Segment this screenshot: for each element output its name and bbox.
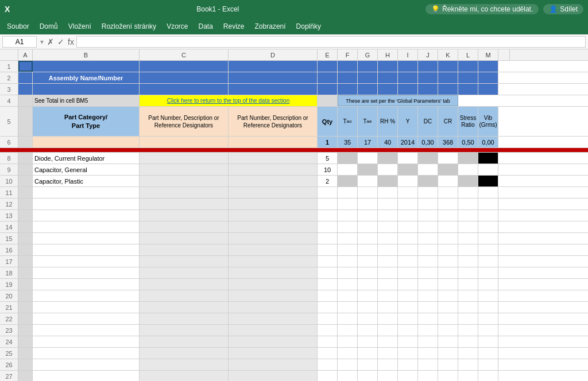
cell-col2-27[interactable] bbox=[140, 371, 229, 381]
cell-col5-27[interactable] bbox=[338, 371, 358, 381]
cell-col9-13[interactable] bbox=[418, 210, 438, 221]
cell-H9[interactable] bbox=[378, 164, 398, 175]
cell-col2-22[interactable] bbox=[140, 313, 229, 324]
cell-col9-17[interactable] bbox=[418, 256, 438, 267]
cell-col2-26[interactable] bbox=[140, 359, 229, 370]
cell-col0-12[interactable] bbox=[18, 199, 33, 209]
cell-col12-24[interactable] bbox=[478, 336, 498, 347]
cell-col3-21[interactable] bbox=[229, 302, 318, 313]
cell-col7-17[interactable] bbox=[378, 256, 398, 267]
cell-col2-12[interactable] bbox=[140, 199, 229, 209]
cell-A9[interactable] bbox=[18, 164, 33, 175]
cell-col8-16[interactable] bbox=[398, 244, 418, 255]
cell-J3[interactable] bbox=[418, 84, 438, 95]
cell-col12-23[interactable] bbox=[478, 325, 498, 336]
cell-col4-27[interactable] bbox=[318, 371, 338, 381]
cell-col7-25[interactable] bbox=[378, 348, 398, 359]
cell-I10[interactable] bbox=[398, 176, 418, 186]
cell-C10[interactable] bbox=[140, 176, 229, 186]
cell-col3-14[interactable] bbox=[229, 221, 318, 232]
cell-col10-18[interactable] bbox=[438, 267, 458, 278]
cell-col7-18[interactable] bbox=[378, 267, 398, 278]
cell-col0-23[interactable] bbox=[18, 325, 33, 336]
cell-col9-15[interactable] bbox=[418, 233, 438, 244]
cell-col9-16[interactable] bbox=[418, 244, 438, 255]
cell-E10[interactable]: 2 bbox=[318, 176, 338, 186]
cell-col6-15[interactable] bbox=[358, 233, 378, 244]
cell-C1[interactable] bbox=[140, 61, 229, 72]
cell-E4[interactable] bbox=[318, 95, 338, 106]
cell-col1-21[interactable] bbox=[33, 302, 140, 313]
cell-L1[interactable] bbox=[458, 61, 478, 72]
cell-col12-14[interactable] bbox=[478, 221, 498, 232]
cell-H2[interactable] bbox=[378, 72, 398, 83]
cell-col9-25[interactable] bbox=[418, 348, 438, 359]
cell-col8-26[interactable] bbox=[398, 359, 418, 370]
cell-col6-26[interactable] bbox=[358, 359, 378, 370]
cell-col7-26[interactable] bbox=[378, 359, 398, 370]
cell-col7-20[interactable] bbox=[378, 290, 398, 301]
cell-H10[interactable] bbox=[378, 176, 398, 186]
cell-H3[interactable] bbox=[378, 84, 398, 95]
cell-G3[interactable] bbox=[358, 84, 378, 95]
cell-col11-25[interactable] bbox=[458, 348, 478, 359]
cell-M8[interactable] bbox=[478, 153, 498, 164]
cell-col8-12[interactable] bbox=[398, 199, 418, 209]
cell-col6-25[interactable] bbox=[358, 348, 378, 359]
cell-col11-16[interactable] bbox=[458, 244, 478, 255]
cell-B3[interactable] bbox=[33, 84, 140, 95]
cell-K10[interactable] bbox=[438, 176, 458, 186]
cell-col5-26[interactable] bbox=[338, 359, 358, 370]
cell-col1-15[interactable] bbox=[33, 233, 140, 244]
cell-I5[interactable]: Y bbox=[398, 107, 418, 136]
cell-col0-13[interactable] bbox=[18, 210, 33, 221]
cell-col7-23[interactable] bbox=[378, 325, 398, 336]
cell-col8-17[interactable] bbox=[398, 256, 418, 267]
cell-col3-13[interactable] bbox=[229, 210, 318, 221]
cell-col8-22[interactable] bbox=[398, 313, 418, 324]
cell-I8[interactable] bbox=[398, 153, 418, 164]
cell-col12-17[interactable] bbox=[478, 256, 498, 267]
cell-E6[interactable]: 1 bbox=[318, 137, 338, 147]
cell-col0-21[interactable] bbox=[18, 302, 33, 313]
cell-col8-15[interactable] bbox=[398, 233, 418, 244]
cell-col12-21[interactable] bbox=[478, 302, 498, 313]
cell-col10-24[interactable] bbox=[438, 336, 458, 347]
cell-L9[interactable] bbox=[458, 164, 478, 175]
cell-col11-20[interactable] bbox=[458, 290, 478, 301]
cell-col11-15[interactable] bbox=[458, 233, 478, 244]
cell-col1-26[interactable] bbox=[33, 359, 140, 370]
cell-col10-11[interactable] bbox=[438, 187, 458, 198]
cell-col8-14[interactable] bbox=[398, 221, 418, 232]
cell-D6[interactable] bbox=[229, 137, 318, 147]
cell-col1-22[interactable] bbox=[33, 313, 140, 324]
cell-K9[interactable] bbox=[438, 164, 458, 175]
cell-M9[interactable] bbox=[478, 164, 498, 175]
cell-col4-19[interactable] bbox=[318, 279, 338, 290]
cell-col9-19[interactable] bbox=[418, 279, 438, 290]
cell-col10-14[interactable] bbox=[438, 221, 458, 232]
cell-col6-22[interactable] bbox=[358, 313, 378, 324]
cell-col1-11[interactable] bbox=[33, 187, 140, 198]
cell-col2-21[interactable] bbox=[140, 302, 229, 313]
confirm-formula-icon[interactable]: ✓ bbox=[57, 37, 64, 46]
cell-col12-25[interactable] bbox=[478, 348, 498, 359]
cell-col3-15[interactable] bbox=[229, 233, 318, 244]
cell-D10[interactable] bbox=[229, 176, 318, 186]
cell-col6-12[interactable] bbox=[358, 199, 378, 209]
cell-col10-19[interactable] bbox=[438, 279, 458, 290]
cell-col0-16[interactable] bbox=[18, 244, 33, 255]
cell-col2-13[interactable] bbox=[140, 210, 229, 221]
cell-col10-21[interactable] bbox=[438, 302, 458, 313]
cell-col11-13[interactable] bbox=[458, 210, 478, 221]
cell-L8[interactable] bbox=[458, 153, 478, 164]
cell-col3-18[interactable] bbox=[229, 267, 318, 278]
cell-M3[interactable] bbox=[478, 84, 498, 95]
cell-B10[interactable]: Capacitor, Plastic bbox=[33, 176, 140, 186]
cell-col5-20[interactable] bbox=[338, 290, 358, 301]
cell-col2-23[interactable] bbox=[140, 325, 229, 336]
cell-D8[interactable] bbox=[229, 153, 318, 164]
cancel-formula-icon[interactable]: ✗ bbox=[47, 37, 54, 46]
cell-col0-27[interactable] bbox=[18, 371, 33, 381]
cell-col3-12[interactable] bbox=[229, 199, 318, 209]
